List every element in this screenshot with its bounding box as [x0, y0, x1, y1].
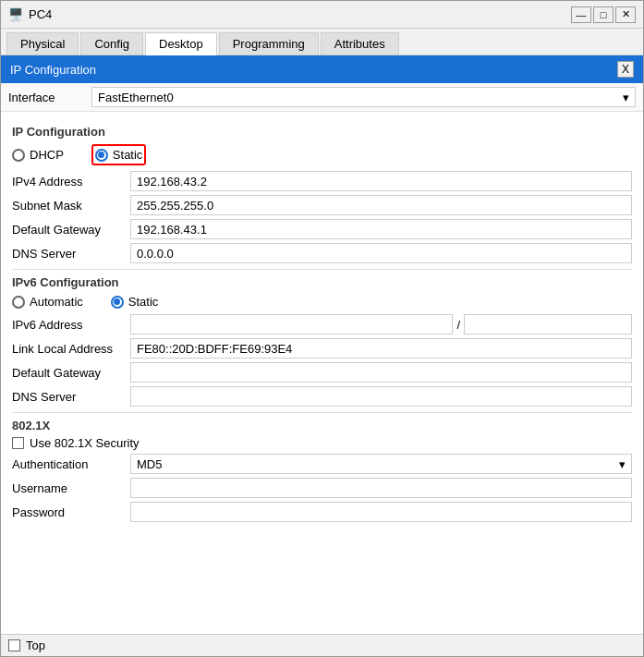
maximize-button[interactable]: □	[593, 6, 614, 23]
ipv4-address-row: IPv4 Address	[12, 171, 632, 191]
authentication-row: Authentication MD5 ▾	[12, 454, 632, 474]
subnet-mask-row: Subnet Mask	[12, 195, 632, 215]
authentication-value: MD5	[137, 457, 162, 471]
use-security-row: Use 802.1X Security	[12, 436, 632, 450]
titlebar: 🖥️ PC4 — □ ✕	[1, 1, 643, 29]
username-row: Username	[12, 478, 632, 498]
ipv6-static-radio-inner	[114, 298, 120, 305]
tab-desktop[interactable]: Desktop	[145, 32, 217, 55]
ipv6-address-row: IPv6 Address /	[12, 314, 632, 335]
ip-config-title: IP Configuration	[10, 63, 96, 77]
ipv6-section-title: IPv6 Configuration	[12, 275, 632, 289]
ipv4-address-label: IPv4 Address	[12, 175, 123, 189]
interface-value: FastEthernet0	[98, 91, 174, 104]
ipv6-address-split: /	[130, 314, 632, 335]
ipv6-static-radio-outer	[111, 296, 124, 309]
interface-row: Interface FastEthernet0 ▾	[1, 83, 643, 112]
ipv6-automatic-radio-outer	[12, 296, 25, 309]
window-controls: — □ ✕	[571, 6, 636, 23]
interface-dropdown-icon: ▾	[623, 91, 629, 104]
dns-server-ipv4-row: DNS Server	[12, 243, 632, 263]
use-security-label: Use 802.1X Security	[30, 436, 140, 450]
default-gateway-ipv4-label: Default Gateway	[12, 223, 123, 237]
link-local-address-label: Link Local Address	[12, 342, 123, 356]
main-area: IP Configuration DHCP Static IPv4 Addres…	[1, 112, 643, 634]
static-radio-label: Static	[113, 148, 143, 162]
tab-attributes[interactable]: Attributes	[321, 32, 399, 55]
ipv6-prefix-separator: /	[456, 314, 460, 335]
top-checkbox[interactable]	[8, 639, 20, 651]
window-icon: 🖥️	[8, 7, 23, 22]
dot1x-section-title: 802.1X	[12, 419, 632, 432]
default-gateway-ipv4-input[interactable]	[130, 219, 632, 239]
dns-server-ipv6-input[interactable]	[130, 386, 632, 407]
link-local-address-row: Link Local Address	[12, 338, 632, 359]
dhcp-radio-outer	[12, 149, 25, 162]
authentication-label: Authentication	[12, 457, 123, 471]
interface-select[interactable]: FastEthernet0 ▾	[91, 87, 636, 107]
static-radio-inner	[98, 152, 104, 158]
link-local-address-input[interactable]	[130, 338, 632, 359]
tab-bar: Physical Config Desktop Programming Attr…	[1, 29, 643, 55]
window-title: PC4	[29, 7, 565, 21]
default-gateway-ipv6-row: Default Gateway	[12, 362, 632, 383]
interface-label: Interface	[8, 91, 82, 104]
dns-server-ipv4-label: DNS Server	[12, 247, 123, 261]
window: 🖥️ PC4 — □ ✕ Physical Config Desktop Pro…	[0, 0, 644, 657]
bottom-bar: Top	[1, 634, 643, 656]
tab-config[interactable]: Config	[80, 32, 143, 55]
ipv6-address-label: IPv6 Address	[12, 318, 123, 332]
password-row: Password	[12, 502, 632, 522]
tab-physical[interactable]: Physical	[6, 32, 79, 55]
ipv6-static-radio[interactable]: Static	[111, 295, 159, 309]
top-label: Top	[26, 639, 45, 652]
ipv4-address-input[interactable]	[130, 171, 632, 191]
password-input[interactable]	[130, 502, 632, 522]
dns-server-ipv4-input[interactable]	[130, 243, 632, 263]
default-gateway-ipv6-label: Default Gateway	[12, 366, 123, 380]
static-radio-outer	[95, 149, 108, 162]
close-button[interactable]: ✕	[615, 6, 636, 23]
ipv4-section-title: IP Configuration	[12, 125, 632, 139]
content-area: IP Configuration X Interface FastEtherne…	[1, 55, 643, 656]
tab-programming[interactable]: Programming	[219, 32, 319, 55]
dhcp-radio-label: DHCP	[30, 148, 64, 162]
dns-server-ipv6-label: DNS Server	[12, 390, 123, 404]
ipv6-prefix-input[interactable]	[464, 314, 632, 335]
dns-server-ipv6-row: DNS Server	[12, 386, 632, 407]
ipv4-radio-row: DHCP Static	[12, 144, 632, 165]
username-input[interactable]	[130, 478, 632, 498]
ipv6-automatic-radio[interactable]: Automatic	[12, 295, 83, 309]
authentication-dropdown-icon: ▾	[619, 457, 626, 471]
default-gateway-ipv4-row: Default Gateway	[12, 219, 632, 239]
dhcp-radio[interactable]: DHCP	[12, 148, 64, 162]
username-label: Username	[12, 481, 123, 495]
ipv6-radio-row: Automatic Static	[12, 295, 632, 309]
ip-config-close-button[interactable]: X	[617, 61, 634, 78]
password-label: Password	[12, 505, 123, 519]
default-gateway-ipv6-input[interactable]	[130, 362, 632, 383]
minimize-button[interactable]: —	[571, 6, 591, 23]
ipv6-address-input[interactable]	[130, 314, 453, 335]
ipv6-static-radio-label: Static	[128, 295, 159, 309]
ip-config-header: IP Configuration X	[1, 55, 643, 83]
subnet-mask-label: Subnet Mask	[12, 199, 123, 213]
use-security-checkbox[interactable]	[12, 437, 24, 449]
static-radio-outlined[interactable]: Static	[91, 144, 147, 165]
ipv6-automatic-radio-label: Automatic	[30, 295, 83, 309]
subnet-mask-input[interactable]	[130, 195, 632, 215]
authentication-select[interactable]: MD5 ▾	[130, 454, 632, 474]
